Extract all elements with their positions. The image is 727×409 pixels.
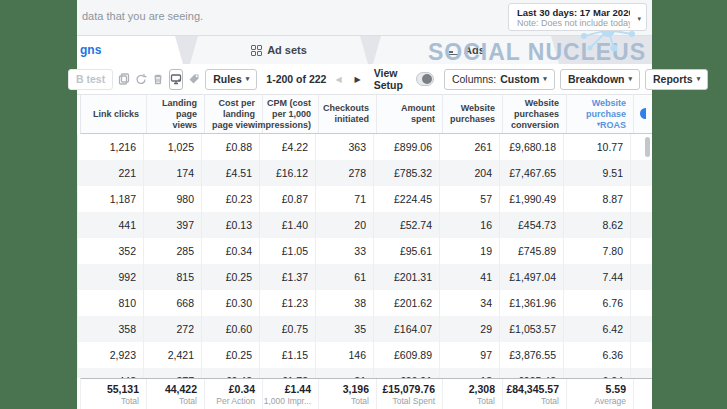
duplicate-button[interactable]: [118, 69, 130, 90]
totals-label: Per 1,000 Impr...: [263, 396, 311, 406]
table-row-clipped[interactable]: 443377£0.43£1.7321£96.9118£995.436.04: [78, 368, 652, 378]
table-row[interactable]: 441397£0.13£1.4020£52.7416£454.738.62: [78, 212, 652, 238]
table-row[interactable]: 1,187980£0.23£0.8771£224.4557£1,990.498.…: [78, 186, 652, 212]
tab-campaigns[interactable]: gns: [77, 36, 183, 64]
breakdown-button[interactable]: Breakdown ▾: [560, 69, 640, 90]
table-row[interactable]: 358272£0.60£0.7535£164.0729£1,053.576.42: [78, 316, 652, 342]
totals-row: 55,131Total44,422Total£0.34Per Action£1.…: [80, 378, 652, 409]
table-cell: £16.12: [260, 160, 316, 186]
column-header-cpm[interactable]: CPM (cost per 1,000 impressions): [263, 95, 319, 133]
tag-button[interactable]: [188, 69, 200, 90]
next-page-button[interactable]: ▶: [351, 75, 365, 84]
reports-label: Reports: [653, 73, 693, 85]
table-row[interactable]: 1,2161,025£0.88£4.22363£899.06261£9,680.…: [78, 134, 652, 160]
tab-ad-sets[interactable]: Ad sets: [190, 36, 368, 64]
table-cell-spacer: [631, 134, 643, 160]
table-cell: 33: [316, 238, 374, 264]
columns-value: Custom: [500, 73, 539, 85]
table-cell: £1.05: [260, 238, 316, 264]
pagination-label: 1-200 of 222: [266, 73, 326, 85]
column-header-next-clipped[interactable]: [634, 95, 646, 133]
column-header-checkouts-initiated[interactable]: Checkouts initiated: [319, 95, 377, 133]
table-cell: 363: [316, 134, 374, 160]
totals-value: 3,196: [343, 383, 369, 395]
table-cell: 71: [316, 186, 374, 212]
table-cell: 272: [144, 316, 202, 342]
totals-cell: £1.44Per 1,000 Impr...: [263, 379, 319, 409]
table-cell: 1,216: [78, 134, 144, 160]
table-cell: 1,187: [78, 186, 144, 212]
totals-label: Total: [179, 396, 197, 406]
ab-test-label: B test: [76, 73, 105, 85]
column-header-amount-spent[interactable]: Amount spent: [377, 95, 443, 133]
preview-button[interactable]: [169, 69, 183, 90]
vertical-scrollbar-thumb[interactable]: [645, 137, 650, 157]
table-cell: 6.36: [564, 342, 631, 368]
table-cell: 7.44: [564, 264, 631, 290]
column-header-landing-page-views[interactable]: Landing page views: [147, 95, 205, 133]
table-cell: 146: [316, 342, 374, 368]
table-cell: 2,923: [78, 342, 144, 368]
table-cell: £9,680.18: [500, 134, 564, 160]
table-cell: £0.30: [202, 290, 260, 316]
delete-button[interactable]: [152, 69, 164, 90]
totals-cell: 3,196Total: [319, 379, 377, 409]
table-row[interactable]: 221174£4.51£16.12278£785.32204£7,467.659…: [78, 160, 652, 186]
table-cell: 6.76: [564, 290, 631, 316]
table-cell: 352: [78, 238, 144, 264]
table-cell: £454.73: [500, 212, 564, 238]
table-row[interactable]: 2,9232,421£0.25£1.15146£609.8997£3,876.5…: [78, 342, 652, 368]
table-cell: 397: [144, 212, 202, 238]
table-cell-spacer: [631, 368, 643, 378]
table-cell-spacer: [631, 264, 643, 290]
chevron-down-icon: ▾: [637, 15, 641, 23]
refresh-button[interactable]: [135, 69, 147, 90]
rules-button[interactable]: Rules ▾: [205, 69, 257, 90]
table-row[interactable]: 992815£0.25£1.3761£201.3141£1,497.047.44: [78, 264, 652, 290]
totals-value: 44,422: [165, 383, 197, 395]
table-cell: £4.51: [202, 160, 260, 186]
table-cell: £995.43: [500, 368, 564, 378]
table-cell: £96.91: [374, 368, 440, 378]
table-cell: 980: [144, 186, 202, 212]
table-row[interactable]: 810668£0.30£1.2338£201.6234£1,361.966.76: [78, 290, 652, 316]
table-cell-spacer: [631, 186, 643, 212]
table-cell: £201.62: [374, 290, 440, 316]
totals-value: £1.44: [285, 383, 311, 395]
duplicate-icon: [118, 73, 130, 85]
column-header-purchase-roas[interactable]: Website purchase▾ ROAS: [567, 95, 634, 133]
table-cell: 19: [440, 238, 500, 264]
totals-label: Total: [541, 396, 559, 406]
column-header-link-clicks[interactable]: Link clicks: [81, 95, 147, 133]
view-setup-toggle[interactable]: [416, 72, 434, 86]
table-cell: 1,025: [144, 134, 202, 160]
table-cell: £1,990.49: [500, 186, 564, 212]
table-cell: 7.80: [564, 238, 631, 264]
column-header-website-purchases[interactable]: Website purchases: [443, 95, 503, 133]
table-cell: £201.31: [374, 264, 440, 290]
table-cell: 6.42: [564, 316, 631, 342]
table-cell: £1,361.96: [500, 290, 564, 316]
table-cell: 41: [440, 264, 500, 290]
info-text: data that you are seeing.: [82, 10, 203, 22]
columns-button[interactable]: Columns: Custom ▾: [444, 69, 555, 90]
column-header-purchases-conversion[interactable]: Website purchases conversion: [503, 95, 567, 133]
top-bar: data that you are seeing. Last 30 days: …: [77, 0, 652, 36]
refresh-icon: [135, 73, 147, 85]
table-cell: £0.25: [202, 264, 260, 290]
totals-cell: 55,131Total: [81, 379, 147, 409]
ab-test-button[interactable]: B test: [68, 69, 113, 90]
columns-prefix: Columns:: [452, 73, 496, 85]
date-range-selector[interactable]: Last 30 days: 17 Mar 2020-15 Note: Does …: [508, 3, 647, 31]
table-cell: 97: [440, 342, 500, 368]
totals-value: 2,308: [469, 383, 495, 395]
table-cell: 57: [440, 186, 500, 212]
table-cell: 2,421: [144, 342, 202, 368]
table-header: Link clicks Landing page views Cost per …: [80, 95, 652, 134]
table-row[interactable]: 352285£0.34£1.0533£95.6119£745.897.80: [78, 238, 652, 264]
totals-cell-spacer: [634, 379, 646, 409]
prev-page-button[interactable]: ◀: [331, 75, 345, 84]
table-body: 1,2161,025£0.88£4.22363£899.06261£9,680.…: [77, 134, 652, 368]
reports-button[interactable]: Reports ▾: [645, 69, 708, 90]
table-cell: 810: [78, 290, 144, 316]
